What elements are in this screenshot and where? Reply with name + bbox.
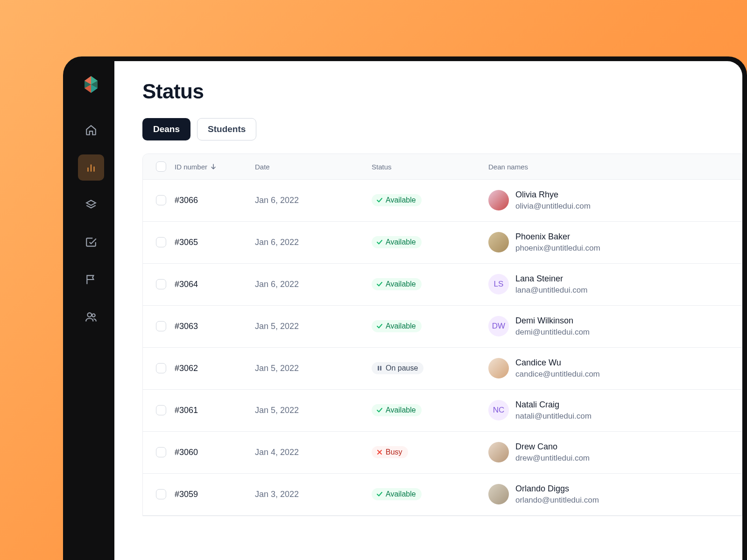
dean-name: Candice Wu [515,357,600,369]
row-id: #3059 [175,490,198,499]
dean-info: Orlando Diggs orlando@untitledui.com [515,483,599,506]
dean-info: Olivia Rhye olivia@untitledui.com [515,189,591,212]
svg-point-9 [87,313,92,317]
row-id: #3063 [175,322,198,331]
pause-icon [376,365,383,371]
page-title: Status [142,80,742,103]
status-label: Available [386,322,416,330]
table-row: #3063 Jan 5, 2022 Available DW Demi Wilk… [143,306,742,348]
arrow-down-icon [210,163,217,170]
column-date[interactable]: Date [255,163,372,171]
row-checkbox[interactable] [156,279,166,289]
check-square-icon [85,236,97,248]
avatar [488,442,509,462]
row-id: #3060 [175,448,198,457]
nav-home[interactable] [78,117,104,143]
dean-email: olivia@untitledui.com [515,201,591,212]
table-row: #3065 Jan 6, 2022 Available Phoenix Bake… [143,222,742,264]
nav-layers[interactable] [78,192,104,218]
status-badge: On pause [372,362,423,374]
row-checkbox[interactable] [156,447,166,457]
check-icon [376,491,383,497]
dean-name: Lana Steiner [515,273,587,285]
dean-cell: Olivia Rhye olivia@untitledui.com [488,189,729,212]
dean-email: phoenix@untitledui.com [515,243,600,254]
column-status[interactable]: Status [372,163,488,171]
status-badge: Available [372,488,422,500]
table-row: #3064 Jan 6, 2022 Available LS Lana Stei… [143,264,742,306]
row-date: Jan 6, 2022 [255,238,299,247]
row-checkbox[interactable] [156,321,166,331]
layers-icon [85,199,97,211]
row-checkbox[interactable] [156,237,166,247]
avatar [488,232,509,252]
row-id: #3066 [175,196,198,205]
dean-cell: LS Lana Steiner lana@untitledui.com [488,273,729,296]
avatar [488,358,509,378]
nav-tasks[interactable] [78,229,104,255]
row-date: Jan 4, 2022 [255,448,299,457]
check-icon [376,197,383,203]
avatar: DW [488,316,509,336]
table-header: ID number Date Status Dean names [143,154,742,180]
status-badge: Available [372,194,422,206]
tab-students[interactable]: Students [197,118,256,140]
tab-deans[interactable]: Deans [142,118,190,140]
nav-analytics[interactable] [78,154,104,181]
table-row: #3062 Jan 5, 2022 On pause Candice Wu ca… [143,348,742,390]
select-all-checkbox[interactable] [156,161,166,172]
dean-info: Lana Steiner lana@untitledui.com [515,273,587,296]
dean-email: orlando@untitledui.com [515,495,599,506]
status-label: Available [386,196,416,204]
users-icon [85,311,97,323]
nav-users[interactable] [78,304,104,330]
avatar [488,484,509,504]
row-date: Jan 6, 2022 [255,280,299,289]
dean-name: Phoenix Baker [515,231,600,243]
table-body: #3066 Jan 6, 2022 Available Olivia Rhye … [143,180,742,516]
dean-cell: Candice Wu candice@untitledui.com [488,357,729,380]
dean-email: demi@untitledui.com [515,327,590,338]
home-icon [85,124,97,136]
dean-cell: Phoenix Baker phoenix@untitledui.com [488,231,729,254]
dean-name: Demi Wilkinson [515,315,590,327]
status-label: On pause [386,364,418,372]
status-badge: Available [372,320,422,332]
device-frame: Status Deans Students ID number Date Sta… [63,56,747,560]
column-names[interactable]: Dean names [488,163,729,171]
status-label: Available [386,406,416,414]
row-checkbox[interactable] [156,489,166,499]
nav-flag[interactable] [78,266,104,293]
dean-name: Natali Craig [515,399,592,411]
check-icon [376,323,383,329]
avatar: NC [488,400,509,420]
screen: Status Deans Students ID number Date Sta… [68,61,742,560]
dean-name: Drew Cano [515,441,590,453]
row-date: Jan 3, 2022 [255,490,299,499]
row-id: #3064 [175,280,198,289]
dean-email: candice@untitledui.com [515,369,600,380]
app-logo [81,74,101,95]
bar-chart-icon [85,161,97,174]
row-checkbox[interactable] [156,363,166,373]
flag-icon [85,273,97,286]
dean-cell: Orlando Diggs orlando@untitledui.com [488,483,729,506]
row-checkbox[interactable] [156,405,166,415]
dean-email: drew@untitledui.com [515,453,590,464]
table-row: #3066 Jan 6, 2022 Available Olivia Rhye … [143,180,742,222]
status-label: Available [386,238,416,246]
table-row: #3059 Jan 3, 2022 Available Orlando Digg… [143,474,742,516]
dean-email: lana@untitledui.com [515,285,587,296]
dean-info: Candice Wu candice@untitledui.com [515,357,600,380]
svg-marker-8 [86,200,96,205]
column-id[interactable]: ID number [175,163,255,171]
row-checkbox[interactable] [156,195,166,205]
dean-cell: NC Natali Craig natali@untitledui.com [488,399,729,422]
row-date: Jan 5, 2022 [255,364,299,373]
status-badge: Available [372,236,422,248]
row-id: #3062 [175,364,198,373]
row-date: Jan 5, 2022 [255,322,299,331]
status-table: ID number Date Status Dean names #3066 J… [142,154,742,516]
dean-info: Drew Cano drew@untitledui.com [515,441,590,464]
row-date: Jan 6, 2022 [255,196,299,205]
